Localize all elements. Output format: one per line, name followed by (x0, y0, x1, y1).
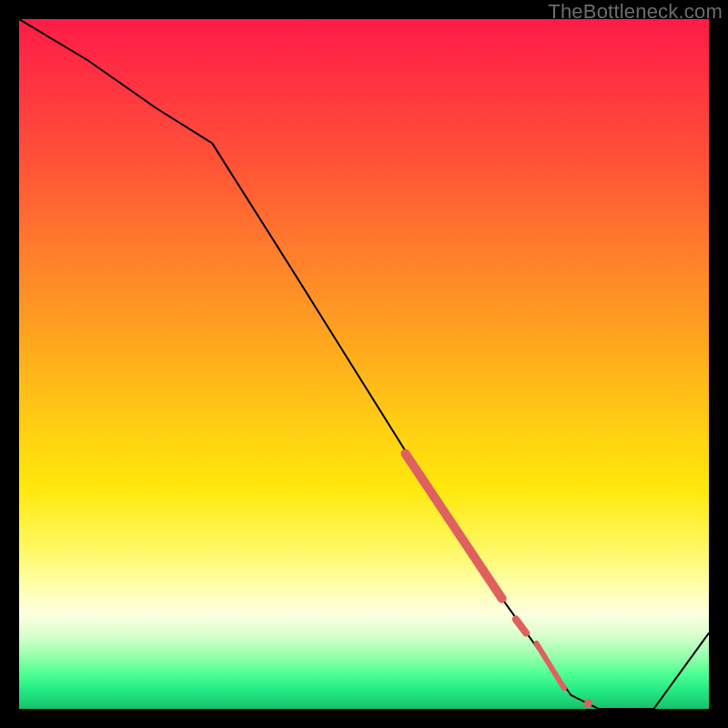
chart-overlay (19, 19, 709, 709)
watermark-text: TheBottleneck.com (548, 0, 723, 24)
chart-frame: TheBottleneck.com (0, 0, 728, 728)
marker-segment (516, 620, 526, 633)
plot-area (19, 19, 709, 709)
marker-segment (537, 643, 564, 688)
curve-line (19, 19, 709, 709)
marker-dot (584, 699, 592, 707)
marker-segment (406, 454, 502, 599)
